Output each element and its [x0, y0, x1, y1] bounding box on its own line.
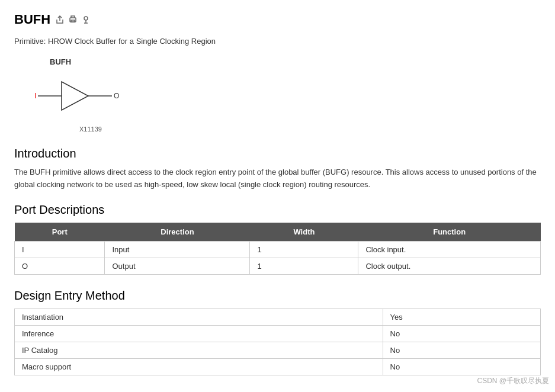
watermark: CSDN @千歌叹尽执夏 [477, 376, 549, 386]
value-cell: No [383, 358, 540, 375]
table-row: Instantiation Yes [15, 309, 541, 325]
table-row: I Input 1 Clock input. [15, 241, 541, 258]
col-width: Width [250, 223, 358, 242]
svg-point-2 [84, 17, 88, 20]
port-table: Port Direction Width Function I Input 1 … [14, 223, 541, 275]
title-icon-group [55, 15, 91, 24]
table-row: Inference No [15, 325, 541, 342]
diagram-caption: X11139 [79, 126, 541, 133]
col-direction: Direction [105, 223, 250, 242]
value-cell: No [383, 325, 540, 342]
share-icon[interactable] [55, 15, 65, 24]
direction-cell: Output [105, 258, 250, 274]
page-title: BUFH [14, 12, 50, 27]
page-header: BUFH [14, 12, 541, 27]
table-row: IP Catalog No [15, 342, 541, 358]
svg-marker-5 [62, 82, 88, 110]
port-table-header: Port Direction Width Function [15, 223, 541, 242]
port-cell: I [15, 241, 105, 258]
value-cell: Yes [383, 309, 540, 325]
print-icon[interactable] [68, 15, 78, 24]
design-table: Instantiation Yes Inference No IP Catalo… [14, 309, 541, 375]
bufh-diagram: I O [32, 70, 150, 123]
svg-rect-1 [71, 20, 75, 22]
value-cell: No [383, 342, 540, 358]
svg-text:I: I [34, 92, 36, 100]
design-entry-heading: Design Entry Method [14, 289, 541, 303]
table-row: O Output 1 Clock output. [15, 258, 541, 274]
table-row: Macro support No [15, 358, 541, 375]
col-port: Port [15, 223, 105, 242]
method-cell: IP Catalog [15, 342, 383, 358]
port-table-body: I Input 1 Clock input. O Output 1 Clock … [15, 241, 541, 274]
subtitle: Primitive: HROW Clock Buffer for a Singl… [14, 37, 541, 46]
diagram-label: BUFH [50, 57, 541, 66]
method-cell: Inference [15, 325, 383, 342]
diagram-container: BUFH I O X11139 [32, 57, 541, 133]
width-cell: 1 [250, 241, 358, 258]
port-table-header-row: Port Direction Width Function [15, 223, 541, 242]
svg-text:O: O [114, 92, 119, 100]
introduction-text: The BUFH primitive allows direct access … [14, 166, 541, 191]
port-cell: O [15, 258, 105, 274]
pin-icon[interactable] [81, 15, 91, 24]
port-descriptions-heading: Port Descriptions [14, 203, 541, 217]
width-cell: 1 [250, 258, 358, 274]
introduction-heading: Introduction [14, 147, 541, 160]
method-cell: Macro support [15, 358, 383, 375]
function-cell: Clock output. [358, 258, 541, 274]
function-cell: Clock input. [358, 241, 541, 258]
design-table-body: Instantiation Yes Inference No IP Catalo… [15, 309, 541, 375]
col-function: Function [358, 223, 541, 242]
method-cell: Instantiation [15, 309, 383, 325]
direction-cell: Input [105, 241, 250, 258]
